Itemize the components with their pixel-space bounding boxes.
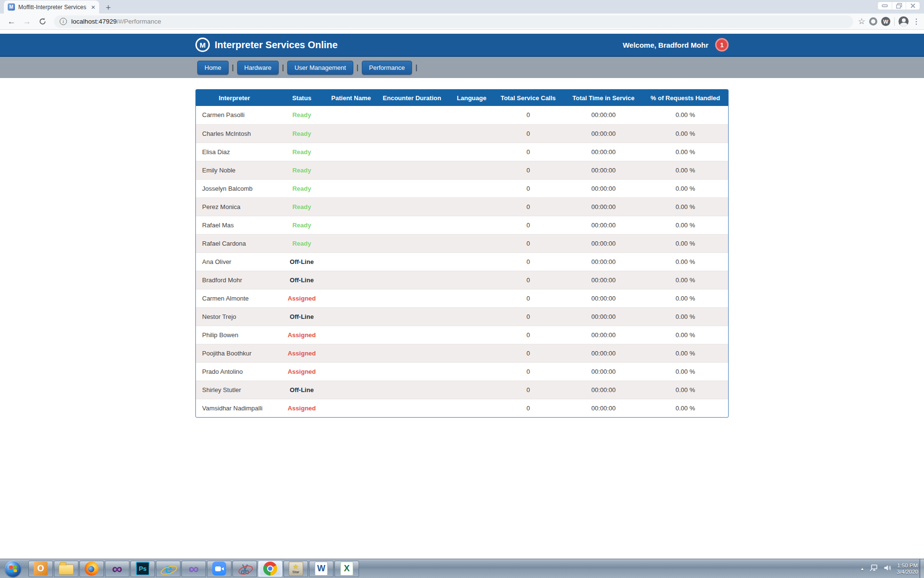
total-time-in-service-value: 00:00:00 (565, 161, 642, 179)
nav-hardware-button[interactable]: Hardware (237, 61, 279, 75)
system-tray: ▲ 1:50 PM 3/4/2020 (860, 559, 918, 578)
reload-icon[interactable] (36, 15, 49, 28)
taskbar-photoshop-icon[interactable]: Ps (130, 561, 155, 577)
language-value (452, 179, 491, 197)
language-value (452, 197, 491, 216)
table-row: Vamsidhar Nadimpalli Assigned 0 00:00:00… (196, 399, 729, 417)
total-service-calls-value: 0 (491, 344, 565, 362)
language-value (452, 271, 491, 289)
total-time-in-service-value: 00:00:00 (565, 307, 642, 326)
nav-performance-button[interactable]: Performance (362, 61, 412, 75)
profile-avatar[interactable] (898, 16, 909, 26)
col-total-time-in-service: Total Time in Service (565, 90, 642, 106)
taskbar-visual-studio-icon[interactable]: ∞ (105, 561, 129, 577)
interpreter-name: Vamsidhar Nadimpalli (196, 399, 273, 417)
pct-requests-handled-value: 0.00 % (642, 381, 729, 399)
notification-badge[interactable]: 1 (715, 38, 729, 52)
extension-circle-icon[interactable] (869, 17, 877, 26)
table-body: Carmen Pasolli Ready 0 00:00:00 0.00 % C… (196, 106, 729, 417)
taskbar-word-icon[interactable]: W (309, 561, 334, 577)
extension-w-icon[interactable]: W (881, 17, 890, 26)
table-row: Josselyn Balcomb Ready 0 00:00:00 0.00 % (196, 179, 729, 197)
table-row: Carmen Almonte Assigned 0 00:00:00 0.00 … (196, 289, 729, 307)
taskbar-star-app-icon[interactable]: ★ Star (283, 561, 308, 577)
url-path: /#/Performance (117, 18, 161, 25)
browser-tab[interactable]: M Moffitt-Interpreter Services × (4, 0, 99, 13)
encounter-duration-value (372, 106, 452, 124)
tab-close-icon[interactable]: × (91, 3, 95, 11)
status-value: Ready (273, 124, 331, 143)
back-icon[interactable]: ← (5, 15, 18, 28)
nav-home-button[interactable]: Home (197, 61, 229, 75)
taskbar-internet-explorer-icon[interactable]: e (156, 561, 180, 577)
taskbar-firefox-icon[interactable] (79, 561, 104, 577)
moffitt-logo-icon: M (195, 38, 210, 52)
start-button[interactable] (5, 561, 21, 577)
table-row: Rafael Mas Ready 0 00:00:00 0.00 % (196, 216, 729, 234)
restore-button[interactable] (892, 2, 906, 10)
minimize-button[interactable] (878, 2, 892, 10)
total-time-in-service-value: 00:00:00 (565, 399, 642, 417)
col-status: Status (273, 90, 331, 106)
language-value (452, 161, 491, 179)
patient-name-value (331, 252, 372, 271)
taskbar-clock[interactable]: 1:50 PM 3/4/2020 (897, 563, 918, 575)
page-info-icon[interactable]: i (60, 18, 67, 25)
encounter-duration-value (372, 252, 452, 271)
interpreter-name: Rafael Cardona (196, 234, 273, 252)
hidden-icons-chevron-icon[interactable]: ▲ (860, 566, 864, 571)
tab-strip: M Moffitt-Interpreter Services × + (0, 0, 924, 13)
status-value: Assigned (273, 399, 331, 417)
tab-title: Moffitt-Interpreter Services (18, 4, 88, 11)
taskbar-visual-studio-2019-icon[interactable]: ∞ (181, 561, 206, 577)
encounter-duration-value (372, 344, 452, 362)
taskbar-windows-explorer-icon[interactable] (54, 561, 78, 577)
pct-requests-handled-value: 0.00 % (642, 234, 729, 252)
pct-requests-handled-value: 0.00 % (642, 362, 729, 381)
total-time-in-service-value: 00:00:00 (565, 124, 642, 143)
total-service-calls-value: 0 (491, 399, 565, 417)
volume-icon[interactable] (884, 564, 891, 574)
patient-name-value (331, 289, 372, 307)
encounter-duration-value (372, 271, 452, 289)
main-content: Interpreter Status Patient Name Encounte… (0, 78, 924, 418)
total-service-calls-value: 0 (491, 216, 565, 234)
bookmark-star-icon[interactable]: ☆ (858, 16, 865, 26)
star-glyph-icon: ★ (293, 564, 299, 570)
taskbar-excel-icon[interactable]: X (334, 561, 359, 577)
interpreter-name: Nestor Trejo (196, 307, 273, 326)
nav-separator: | (282, 64, 284, 71)
browser-menu-icon[interactable]: ⋮ (912, 17, 919, 26)
total-service-calls-value: 0 (491, 143, 565, 161)
interpreter-name: Carmen Almonte (196, 289, 273, 307)
toolbar-divider (894, 17, 895, 26)
close-window-button[interactable] (906, 2, 920, 10)
new-tab-button[interactable]: + (102, 2, 115, 13)
patient-name-value (331, 124, 372, 143)
nav-user-management-button[interactable]: User Management (287, 61, 353, 75)
patient-name-value (331, 197, 372, 216)
interpreter-name: Philip Bowen (196, 326, 273, 344)
taskbar-snipping-tool-icon[interactable] (232, 561, 257, 577)
show-desktop-button[interactable] (920, 559, 924, 578)
table-row: Ana Oliver Off-Line 0 00:00:00 0.00 % (196, 252, 729, 271)
taskbar-zoom-icon[interactable] (207, 561, 231, 577)
taskbar-chrome-icon[interactable] (258, 561, 282, 577)
nav-band: Home | Hardware | User Management | Perf… (0, 57, 924, 78)
table-row: Prado Antolino Assigned 0 00:00:00 0.00 … (196, 362, 729, 381)
pct-requests-handled-value: 0.00 % (642, 252, 729, 271)
taskbar-outlook-icon[interactable]: O (28, 561, 53, 577)
forward-icon[interactable]: → (20, 15, 34, 28)
nav-separator: | (357, 64, 359, 71)
interpreter-name: Poojitha Boothkur (196, 344, 273, 362)
interpreter-name: Rafael Mas (196, 216, 273, 234)
table-row: Perez Monica Ready 0 00:00:00 0.00 % (196, 197, 729, 216)
total-time-in-service-value: 00:00:00 (565, 179, 642, 197)
total-service-calls-value: 0 (491, 161, 565, 179)
network-icon[interactable] (870, 564, 878, 574)
language-value (452, 252, 491, 271)
clock-date: 3/4/2020 (897, 569, 918, 575)
address-bar[interactable]: i localhost:47929/#/Performance (54, 15, 853, 28)
interpreter-name: Shirley Stutler (196, 381, 273, 399)
pct-requests-handled-value: 0.00 % (642, 143, 729, 161)
